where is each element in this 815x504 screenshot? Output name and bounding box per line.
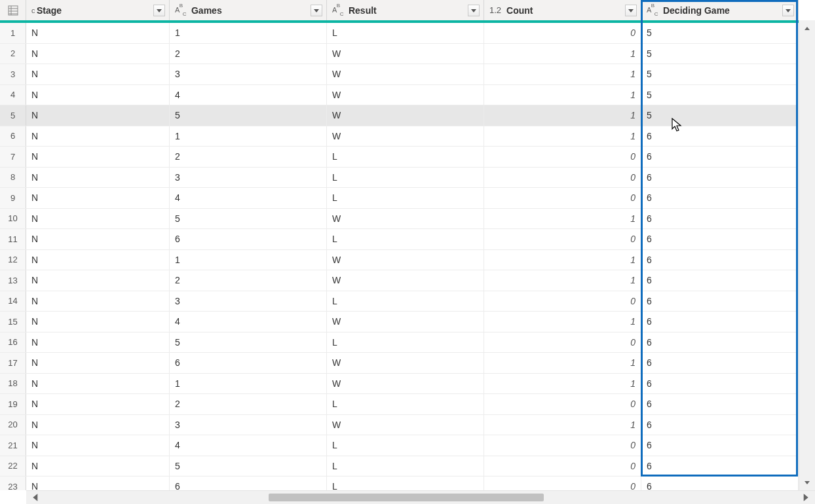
row-number[interactable]: 20 (0, 415, 26, 435)
cell-games[interactable]: 3 (170, 415, 327, 435)
cell-count[interactable]: 1 (484, 44, 641, 64)
cell-deciding-game[interactable]: 5 (641, 105, 799, 126)
cell-deciding-game[interactable]: 6 (641, 168, 799, 188)
cell-count[interactable]: 1 (484, 270, 641, 291)
cell-stage[interactable]: N (26, 477, 170, 490)
cell-games[interactable]: 4 (170, 188, 327, 208)
cell-deciding-game[interactable]: 6 (641, 333, 799, 353)
cell-deciding-game[interactable]: 6 (641, 353, 799, 373)
row-number[interactable]: 19 (0, 394, 26, 414)
cell-games[interactable]: 6 (170, 353, 327, 373)
cell-stage[interactable]: N (26, 168, 170, 188)
table-row[interactable]: 9N4L06 (0, 188, 799, 209)
row-number[interactable]: 1 (0, 23, 26, 43)
cell-count[interactable]: 0 (484, 394, 641, 414)
cell-games[interactable]: 5 (170, 105, 327, 126)
cell-stage[interactable]: N (26, 456, 170, 477)
cell-deciding-game[interactable]: 6 (641, 456, 799, 477)
cell-deciding-game[interactable]: 6 (641, 188, 799, 208)
cell-deciding-game[interactable]: 6 (641, 435, 799, 456)
cell-games[interactable]: 2 (170, 147, 327, 167)
row-number[interactable]: 4 (0, 85, 26, 105)
cell-games[interactable]: 6 (170, 477, 327, 490)
cell-deciding-game[interactable]: 6 (641, 312, 799, 332)
cell-stage[interactable]: N (26, 126, 170, 147)
table-row[interactable]: 4N4W15 (0, 85, 799, 106)
table-row[interactable]: 17N6W16 (0, 353, 799, 374)
filter-dropdown-button[interactable] (782, 5, 794, 16)
cell-count[interactable]: 0 (484, 477, 641, 490)
filter-dropdown-button[interactable] (625, 5, 637, 16)
cell-stage[interactable]: N (26, 312, 170, 332)
table-row[interactable]: 21N4L06 (0, 435, 799, 456)
column-header-games[interactable]: ABC Games (170, 0, 327, 20)
cell-deciding-game[interactable]: 6 (641, 415, 799, 435)
cell-result[interactable]: W (327, 250, 484, 270)
row-number[interactable]: 5 (0, 105, 26, 126)
cell-count[interactable]: 0 (484, 229, 641, 249)
cell-result[interactable]: W (327, 126, 484, 147)
cell-deciding-game[interactable]: 6 (641, 374, 799, 394)
cell-result[interactable]: W (327, 312, 484, 332)
cell-count[interactable]: 1 (484, 64, 641, 84)
scroll-right-button[interactable] (795, 491, 815, 505)
filter-dropdown-button[interactable] (153, 5, 165, 16)
table-row[interactable]: 2N2W15 (0, 44, 799, 65)
cell-result[interactable]: L (327, 188, 484, 208)
cell-result[interactable]: W (327, 415, 484, 435)
table-row[interactable]: 11N6L06 (0, 229, 799, 250)
cell-stage[interactable]: N (26, 229, 170, 249)
filter-dropdown-button[interactable] (311, 5, 322, 16)
cell-result[interactable]: L (327, 394, 484, 414)
cell-count[interactable]: 0 (484, 456, 641, 477)
cell-stage[interactable]: N (26, 270, 170, 291)
cell-stage[interactable]: N (26, 209, 170, 229)
cell-count[interactable]: 1 (484, 374, 641, 394)
row-number[interactable]: 2 (0, 44, 26, 64)
cell-games[interactable]: 4 (170, 85, 327, 105)
cell-games[interactable]: 5 (170, 456, 327, 477)
cell-deciding-game[interactable]: 6 (641, 126, 799, 147)
row-number[interactable]: 10 (0, 209, 26, 229)
cell-deciding-game[interactable]: 5 (641, 64, 799, 84)
cell-count[interactable]: 1 (484, 209, 641, 229)
row-number[interactable]: 14 (0, 291, 26, 312)
cell-count[interactable]: 0 (484, 188, 641, 208)
table-row[interactable]: 7N2L06 (0, 147, 799, 168)
row-number[interactable]: 8 (0, 168, 26, 188)
cell-result[interactable]: W (327, 44, 484, 64)
cell-count[interactable]: 1 (484, 126, 641, 147)
cell-count[interactable]: 0 (484, 435, 641, 456)
cell-stage[interactable]: N (26, 44, 170, 64)
cell-stage[interactable]: N (26, 147, 170, 167)
cell-result[interactable]: W (327, 374, 484, 394)
cell-result[interactable]: L (327, 291, 484, 312)
cell-count[interactable]: 0 (484, 291, 641, 312)
cell-games[interactable]: 3 (170, 168, 327, 188)
cell-result[interactable]: W (327, 105, 484, 126)
row-number[interactable]: 13 (0, 270, 26, 291)
cell-games[interactable]: 1 (170, 23, 327, 43)
cell-result[interactable]: L (327, 333, 484, 353)
table-row[interactable]: 3N3W15 (0, 64, 799, 85)
row-number[interactable]: 9 (0, 188, 26, 208)
cell-stage[interactable]: N (26, 64, 170, 84)
row-number[interactable]: 22 (0, 456, 26, 477)
column-header-deciding-game[interactable]: ABC Deciding Game (641, 0, 799, 20)
cell-count[interactable]: 0 (484, 333, 641, 353)
cell-stage[interactable]: N (26, 291, 170, 312)
cell-deciding-game[interactable]: 6 (641, 147, 799, 167)
cell-games[interactable]: 5 (170, 333, 327, 353)
table-row[interactable]: 16N5L06 (0, 333, 799, 353)
table-row[interactable]: 15N4W16 (0, 312, 799, 333)
cell-stage[interactable]: N (26, 435, 170, 456)
cell-deciding-game[interactable]: 6 (641, 209, 799, 229)
table-row[interactable]: 19N2L06 (0, 394, 799, 415)
cell-result[interactable]: W (327, 64, 484, 84)
table-row[interactable]: 23N6L06 (0, 477, 799, 490)
table-row[interactable]: 8N3L06 (0, 168, 799, 189)
filter-dropdown-button[interactable] (468, 5, 480, 16)
cell-games[interactable]: 4 (170, 312, 327, 332)
table-row[interactable]: 18N1W16 (0, 374, 799, 395)
cell-count[interactable]: 1 (484, 353, 641, 373)
